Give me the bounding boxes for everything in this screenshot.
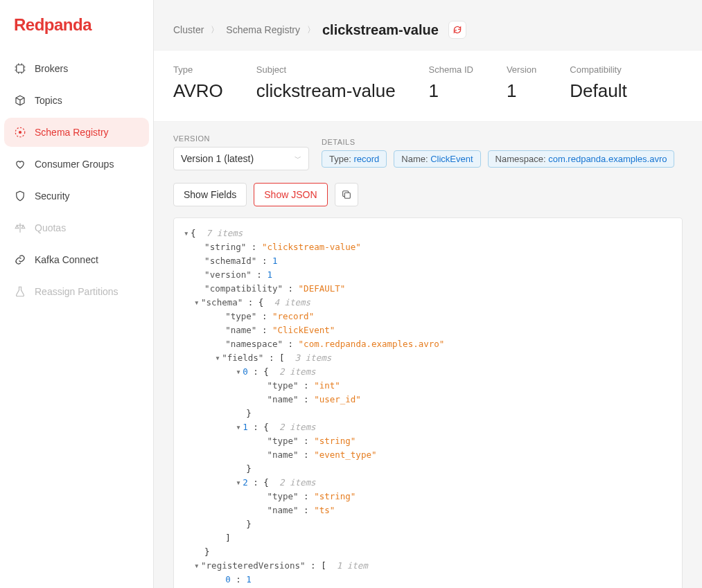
chevron-right-icon: 〉 bbox=[307, 24, 315, 36]
nav-kafka-connect[interactable]: Kafka Connect bbox=[4, 245, 149, 274]
version-select-value: Version 1 (latest) bbox=[181, 153, 254, 164]
tag-type: Type: record bbox=[322, 150, 387, 168]
meta-value: Default bbox=[570, 80, 626, 102]
meta-schema-id: Schema ID 1 bbox=[429, 64, 473, 102]
tag-namespace: Namespace: com.redpanda.examples.avro bbox=[488, 150, 675, 168]
nav-label: Schema Registry bbox=[35, 127, 109, 138]
scale-icon bbox=[14, 222, 26, 234]
svg-point-2 bbox=[19, 132, 21, 134]
show-json-button[interactable]: Show JSON bbox=[254, 183, 327, 206]
brand-logo: Redpanda bbox=[0, 15, 153, 54]
main: Cluster 〉 Schema Registry 〉 clickstream-… bbox=[154, 0, 702, 588]
shield-icon bbox=[14, 190, 26, 202]
meta-label: Type bbox=[173, 64, 223, 75]
version-picker-block: VERSION Version 1 (latest) ﹀ bbox=[173, 134, 309, 170]
chip-icon bbox=[14, 62, 26, 75]
breadcrumb-current: clickstream-value bbox=[322, 22, 439, 38]
nav-brokers[interactable]: Brokers bbox=[4, 54, 149, 83]
nav-security[interactable]: Security bbox=[4, 181, 149, 211]
meta-value: AVRO bbox=[173, 80, 223, 102]
meta-bar: Type AVRO Subject clickstream-value Sche… bbox=[154, 51, 702, 122]
meta-compat: Compatibility Default bbox=[570, 64, 626, 102]
detail-tags: Type: record Name: ClickEvent Namespace:… bbox=[322, 150, 674, 168]
heart-icon bbox=[14, 158, 26, 170]
breadcrumb-cluster[interactable]: Cluster bbox=[173, 24, 204, 35]
meta-type: Type AVRO bbox=[173, 64, 223, 102]
nav-label: Consumer Groups bbox=[35, 159, 114, 170]
sidebar: Redpanda Brokers Topics Schema Registry … bbox=[0, 0, 154, 588]
breadcrumb-registry[interactable]: Schema Registry bbox=[226, 24, 300, 35]
nav-consumer-groups[interactable]: Consumer Groups bbox=[4, 150, 149, 179]
nav-label: Quotas bbox=[35, 222, 66, 233]
details-label: DETAILS bbox=[322, 138, 674, 146]
view-toggle: Show Fields Show JSON bbox=[173, 183, 683, 206]
nav-label: Kafka Connect bbox=[35, 254, 98, 265]
svg-rect-0 bbox=[17, 65, 24, 73]
meta-label: Version bbox=[507, 64, 536, 75]
meta-label: Subject bbox=[256, 64, 396, 75]
tag-name: Name: ClickEvent bbox=[394, 150, 480, 168]
flask-icon bbox=[14, 285, 26, 298]
svg-rect-3 bbox=[344, 193, 350, 198]
nav-schema-registry[interactable]: Schema Registry bbox=[4, 118, 149, 147]
nav-topics[interactable]: Topics bbox=[4, 86, 149, 115]
link-icon bbox=[14, 253, 26, 266]
nav-quotas[interactable]: Quotas bbox=[4, 213, 149, 242]
meta-value: 1 bbox=[507, 80, 536, 102]
json-viewer[interactable]: ▾{ 7 items "string" : "clickstream-value… bbox=[173, 217, 683, 588]
version-select[interactable]: Version 1 (latest) ﹀ bbox=[173, 147, 309, 170]
nav-label: Security bbox=[35, 190, 70, 202]
content: VERSION Version 1 (latest) ﹀ DETAILS Typ… bbox=[154, 122, 702, 588]
breadcrumb: Cluster 〉 Schema Registry 〉 clickstream-… bbox=[154, 0, 702, 51]
nav-label: Reassign Partitions bbox=[35, 286, 119, 297]
meta-label: Schema ID bbox=[429, 64, 473, 75]
package-icon bbox=[14, 94, 26, 107]
show-fields-button[interactable]: Show Fields bbox=[173, 183, 247, 206]
copy-button[interactable] bbox=[335, 183, 358, 206]
nodes-icon bbox=[14, 126, 26, 139]
nav-reassign[interactable]: Reassign Partitions bbox=[4, 277, 149, 306]
meta-label: Compatibility bbox=[570, 64, 626, 75]
meta-value: clickstream-value bbox=[256, 80, 396, 102]
chevron-down-icon: ﹀ bbox=[295, 154, 301, 163]
nav-label: Brokers bbox=[35, 63, 68, 74]
version-label: VERSION bbox=[173, 134, 309, 143]
meta-version: Version 1 bbox=[507, 64, 536, 102]
chevron-right-icon: 〉 bbox=[211, 24, 219, 36]
refresh-button[interactable] bbox=[448, 21, 466, 39]
meta-value: 1 bbox=[429, 80, 473, 102]
nav-label: Topics bbox=[35, 95, 62, 106]
details-block: DETAILS Type: record Name: ClickEvent Na… bbox=[322, 138, 674, 168]
nav: Brokers Topics Schema Registry Consumer … bbox=[0, 54, 153, 306]
meta-subject: Subject clickstream-value bbox=[256, 64, 396, 102]
